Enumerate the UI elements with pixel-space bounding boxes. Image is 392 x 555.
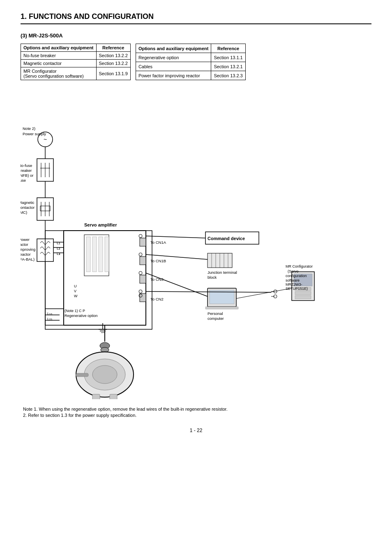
svg-text:W: W <box>74 294 78 298</box>
svg-point-48 <box>139 290 142 293</box>
svg-text:~: ~ <box>44 136 47 143</box>
page-title: 1. FUNCTIONS AND CONFIGURATION <box>21 12 371 24</box>
svg-text:configuration: configuration <box>286 274 307 278</box>
svg-point-45 <box>139 234 142 238</box>
svg-rect-41 <box>140 275 146 283</box>
svg-rect-39 <box>140 257 146 265</box>
svg-text:(FA-BAL): (FA-BAL) <box>21 257 35 261</box>
svg-text:No-fuse: No-fuse <box>21 163 32 168</box>
svg-text:Magnetic: Magnetic <box>21 200 35 205</box>
svg-line-98 <box>236 288 292 298</box>
svg-text:To CN2: To CN2 <box>150 297 164 301</box>
section-heading: (3) MR-J2S-500A <box>21 32 371 39</box>
svg-text:Command device: Command device <box>208 236 245 241</box>
svg-rect-37 <box>140 238 146 246</box>
svg-rect-52 <box>92 237 97 272</box>
right-table: Options and auxiliary equipment Referenc… <box>136 44 246 80</box>
note1-text: Note 1. When using the regenerative opti… <box>23 407 371 412</box>
right-table-row2-col2: Section 13.2.1 <box>211 62 245 71</box>
svg-line-95 <box>146 291 271 292</box>
svg-text:Power: Power <box>21 237 30 242</box>
svg-point-47 <box>139 271 142 275</box>
svg-text:L₃: L₃ <box>57 252 60 256</box>
svg-rect-43 <box>140 294 146 302</box>
svg-text:reactor: reactor <box>21 252 31 257</box>
svg-point-111 <box>92 365 117 384</box>
svg-text:improving: improving <box>21 247 35 252</box>
svg-text:To CN3: To CN3 <box>150 277 164 282</box>
right-table-row3-col2: Section 13.2.3 <box>211 71 245 80</box>
right-table-row1-col1: Regenerative option <box>136 53 211 62</box>
svg-text:Servo amplifier: Servo amplifier <box>84 222 117 227</box>
left-table-row1-col2: Section 13.2.2 <box>96 52 130 60</box>
right-table-row2-col1: Cables <box>136 62 211 71</box>
svg-text:Power supply: Power supply <box>23 132 46 136</box>
svg-text:software: software <box>286 278 300 282</box>
svg-rect-114 <box>110 394 117 399</box>
svg-text:L₂: L₂ <box>57 246 60 250</box>
svg-text:breaker: breaker <box>21 168 32 173</box>
svg-rect-112 <box>76 373 88 377</box>
svg-text:MR Configurator: MR Configurator <box>286 264 313 268</box>
right-table-header-2: Reference <box>211 44 245 53</box>
left-table-header-1: Options and auxiliary equipment <box>21 44 97 52</box>
left-table-row2-col1: Magnetic contactor <box>21 60 97 67</box>
svg-text:(MC): (MC) <box>21 210 27 215</box>
svg-text:(Note 1)  C  P: (Note 1) C P <box>65 309 85 313</box>
svg-text:factor: factor <box>21 242 28 247</box>
svg-text:fuse: fuse <box>21 178 26 183</box>
svg-text:U: U <box>74 284 77 288</box>
svg-rect-51 <box>86 237 90 272</box>
left-table-row3-col2: Section 13.1.9 <box>96 67 130 80</box>
svg-point-46 <box>139 253 142 256</box>
svg-text:To CN1B: To CN1B <box>150 259 166 263</box>
notes-section: Note 1. When using the regenerative opti… <box>21 407 371 418</box>
svg-text:(Servo: (Servo <box>288 269 299 273</box>
svg-line-81 <box>146 273 208 296</box>
left-table-header-2: Reference <box>96 44 130 52</box>
diagram-area: ~ Note 2) Power supply No-fuse breaker (… <box>21 87 374 399</box>
svg-text:L₁: L₁ <box>57 241 60 245</box>
note2-text: 2. Refer to section 1.3 for the power su… <box>23 413 371 418</box>
svg-text:Personal: Personal <box>208 311 223 316</box>
svg-text:V: V <box>74 289 76 293</box>
left-table: Options and auxiliary equipment Referenc… <box>21 44 131 80</box>
svg-line-66 <box>146 236 205 238</box>
left-table-row1-col1: No-fuse breaker <box>21 52 97 60</box>
svg-text:block: block <box>208 275 217 280</box>
diagram-svg: ~ Note 2) Power supply No-fuse breaker (… <box>21 87 374 399</box>
right-table-row1-col2: Section 13.1.1 <box>211 53 245 62</box>
left-table-row2-col2: Section 13.2.2 <box>96 60 130 67</box>
svg-text:(NFB) or: (NFB) or <box>21 173 33 178</box>
svg-rect-54 <box>105 237 109 272</box>
right-table-row3-col1: Power factor improving reactor <box>136 71 211 80</box>
svg-text:MRZJW3-: MRZJW3- <box>286 282 302 287</box>
info-tables: Options and auxiliary equipment Referenc… <box>21 44 371 80</box>
page: 1. FUNCTIONS AND CONFIGURATION (3) MR-J2… <box>0 0 392 555</box>
svg-rect-78 <box>205 307 238 309</box>
svg-text:contactor: contactor <box>21 205 35 210</box>
svg-text:computer: computer <box>208 316 224 321</box>
note2-label: Note 2) <box>23 126 35 131</box>
left-table-row3-col1: MR Configurator(Servo configuration soft… <box>21 67 97 80</box>
svg-text:Junction terminal: Junction terminal <box>208 270 237 275</box>
svg-text:Regenerative option: Regenerative option <box>65 314 98 318</box>
svg-text:To CN1A: To CN1A <box>150 240 166 245</box>
right-table-header-1: Options and auxiliary equipment <box>136 44 211 53</box>
svg-rect-87 <box>295 291 311 295</box>
svg-rect-88 <box>295 296 311 299</box>
svg-rect-53 <box>99 237 103 272</box>
page-number: 1 - 22 <box>21 428 371 433</box>
svg-rect-113 <box>92 394 100 399</box>
